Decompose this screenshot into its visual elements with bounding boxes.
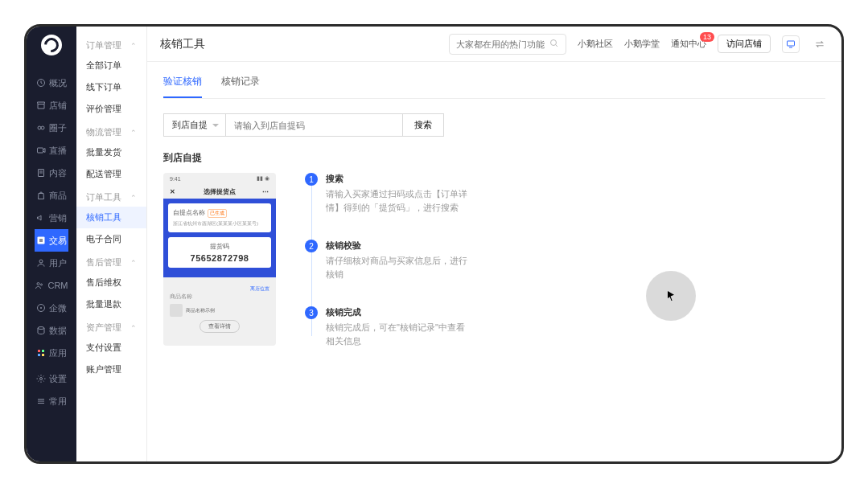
step-1: 1搜索请输入买家通过扫码或点击【订单详情】得到的「提货码」，进行搜索	[305, 173, 471, 214]
svg-rect-7	[38, 237, 45, 244]
exchange-icon	[36, 236, 46, 245]
step-number: 2	[305, 240, 318, 252]
nav-店铺[interactable]: 店铺	[35, 94, 68, 117]
svg-point-9	[37, 283, 39, 285]
subnav-group-售后管理[interactable]: 售后管理⌃	[76, 250, 146, 272]
nav-内容[interactable]: 内容	[35, 162, 68, 184]
tab-核销记录[interactable]: 核销记录	[221, 75, 260, 98]
signal-icon: ▮▮ ◉	[257, 175, 269, 182]
svg-point-12	[40, 307, 42, 309]
step-title: 核销完成	[326, 306, 471, 318]
subnav-item-评价管理[interactable]: 评价管理	[76, 98, 146, 120]
nav-商品[interactable]: 商品	[35, 184, 68, 207]
subnav-item-核销工具[interactable]: 核销工具	[76, 207, 146, 228]
gear-icon	[36, 374, 46, 383]
nav-概况[interactable]: 概况	[35, 72, 68, 94]
subnav-item-批量退款[interactable]: 批量退款	[76, 293, 146, 315]
step-desc: 请输入买家通过扫码或点击【订单详情】得到的「提货码」，进行搜索	[326, 187, 471, 214]
subnav-group-资产管理[interactable]: 资产管理⌃	[76, 315, 146, 337]
chevron-up-icon: ⌃	[130, 259, 137, 267]
chevron-up-icon: ⌃	[130, 129, 137, 137]
subnav-item-全部订单[interactable]: 全部订单	[76, 55, 146, 76]
chevron-up-icon: ⌃	[130, 42, 137, 50]
nav-CRM[interactable]: CRM	[35, 274, 68, 297]
svg-point-22	[551, 39, 557, 45]
subnav-item-账户管理[interactable]: 账户管理	[76, 359, 146, 380]
nav-交易[interactable]: 交易	[35, 229, 68, 252]
nav-圈子[interactable]: 圈子	[35, 117, 68, 139]
nav-用户[interactable]: 用户	[35, 252, 68, 274]
verify-search-row: 到店自提 搜索	[163, 113, 825, 137]
step-title: 核销校验	[326, 240, 471, 252]
step-desc: 核销完成后，可在"核销记录"中查看相关信息	[326, 321, 471, 347]
search-button[interactable]: 搜索	[403, 113, 444, 137]
step-desc: 请仔细核对商品与买家信息后，进行核销	[326, 254, 471, 281]
nav-企微[interactable]: 企微	[35, 297, 68, 319]
top-link-academy[interactable]: 小鹅学堂	[624, 38, 660, 50]
crm-icon	[35, 281, 44, 290]
list-icon	[36, 396, 46, 406]
section-title: 到店自提	[163, 151, 825, 165]
app-icon	[36, 348, 46, 358]
svg-point-2	[41, 126, 44, 129]
swap-icon[interactable]	[811, 35, 829, 53]
circle-icon	[36, 123, 46, 133]
page-title: 核销工具	[160, 37, 205, 51]
subnav-item-配送管理[interactable]: 配送管理	[76, 163, 146, 185]
speaker-icon	[36, 213, 46, 223]
top-link-notifications[interactable]: 通知中心 13	[671, 38, 706, 50]
nav-数据[interactable]: 数据	[35, 319, 68, 342]
pickup-type-select[interactable]: 到店自提	[163, 113, 226, 137]
svg-rect-24	[788, 41, 795, 46]
data-icon	[36, 326, 46, 335]
pickup-code-input[interactable]	[226, 113, 403, 137]
pickup-code-value: 75652872798	[173, 253, 266, 263]
step-3: 3核销完成核销完成后，可在"核销记录"中查看相关信息	[305, 306, 471, 347]
global-search-input[interactable]	[456, 39, 545, 49]
tab-验证核销[interactable]: 验证核销	[163, 75, 202, 98]
global-search[interactable]	[449, 34, 566, 55]
svg-rect-16	[38, 354, 40, 356]
ent-icon	[36, 303, 46, 313]
phone-preview: 9:41▮▮ ◉ ✕ 选择提货点 ⋯ 自提点名称已生成 浙江省杭州市西湖区(某某…	[163, 173, 276, 346]
app-logo	[41, 35, 62, 55]
svg-point-18	[40, 378, 43, 380]
monitor-icon[interactable]	[782, 35, 800, 53]
content-area: 验证核销核销记录 到店自提 搜索 到店自提 9:41▮▮ ◉ ✕ 选择提货点 ⋯	[147, 62, 841, 461]
svg-point-10	[41, 284, 43, 285]
subnav-group-订单管理[interactable]: 订单管理⌃	[76, 33, 146, 55]
nav-应用[interactable]: 应用	[35, 342, 68, 364]
subnav-item-批量发货[interactable]: 批量发货	[76, 141, 146, 163]
subnav-item-售后维权[interactable]: 售后维权	[76, 272, 146, 293]
view-detail-button: 查看详情	[200, 320, 240, 333]
subnav-item-支付设置[interactable]: 支付设置	[76, 337, 146, 359]
nav-直播[interactable]: 直播	[35, 139, 68, 162]
cursor-indicator	[646, 271, 696, 321]
svg-line-23	[556, 44, 558, 47]
notification-badge: 13	[700, 32, 714, 42]
step-title: 搜索	[326, 173, 471, 185]
svg-rect-14	[38, 350, 40, 352]
tabs: 验证核销核销记录	[163, 75, 825, 99]
svg-point-13	[38, 327, 44, 330]
subnav-item-线下订单[interactable]: 线下订单	[76, 76, 146, 98]
clock-icon	[36, 78, 46, 88]
subnav-item-电子合同[interactable]: 电子合同	[76, 228, 146, 250]
step-2: 2核销校验请仔细核对商品与买家信息后，进行核销	[305, 240, 471, 281]
chevron-up-icon: ⌃	[130, 194, 137, 202]
chevron-up-icon: ⌃	[130, 324, 137, 332]
top-link-community[interactable]: 小鹅社区	[578, 38, 613, 50]
primary-sidebar: 概况店铺圈子直播内容商品营销交易用户CRM企微数据应用设置常用	[27, 27, 76, 461]
nav-营销[interactable]: 营销	[35, 207, 68, 229]
subnav-group-订单工具[interactable]: 订单工具⌃	[76, 185, 146, 207]
nav-常用[interactable]: 常用	[35, 390, 68, 412]
topbar: 核销工具 小鹅社区 小鹅学堂 通知中心 13 访问店铺	[147, 27, 841, 62]
nav-设置[interactable]: 设置	[35, 367, 68, 390]
doc-icon	[36, 168, 46, 178]
visit-shop-button[interactable]: 访问店铺	[718, 35, 771, 53]
svg-point-8	[39, 260, 43, 263]
subnav-group-物流管理[interactable]: 物流管理⌃	[76, 120, 146, 141]
bag-icon	[36, 191, 46, 200]
video-icon	[36, 146, 46, 155]
user-icon	[36, 258, 46, 268]
